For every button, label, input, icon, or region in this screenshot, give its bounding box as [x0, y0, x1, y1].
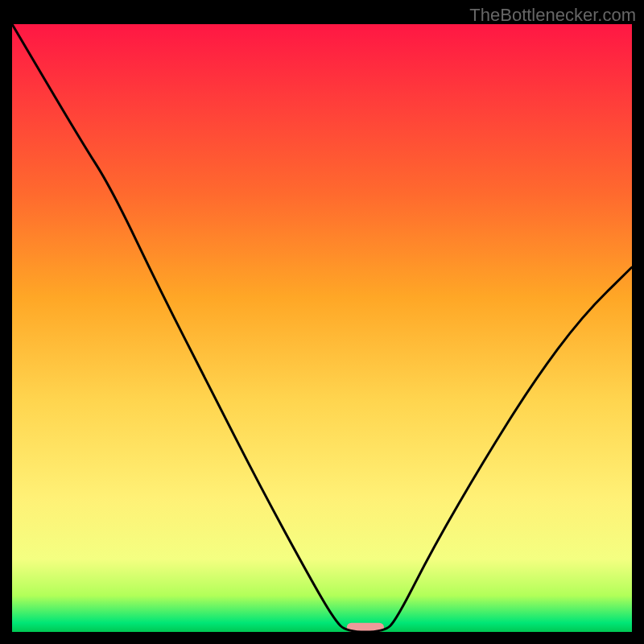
- bottleneck-chart: [0, 0, 644, 644]
- watermark-text: TheBottlenecker.com: [469, 5, 636, 26]
- chart-container: TheBottlenecker.com: [0, 0, 644, 644]
- svg-rect-1: [12, 24, 632, 632]
